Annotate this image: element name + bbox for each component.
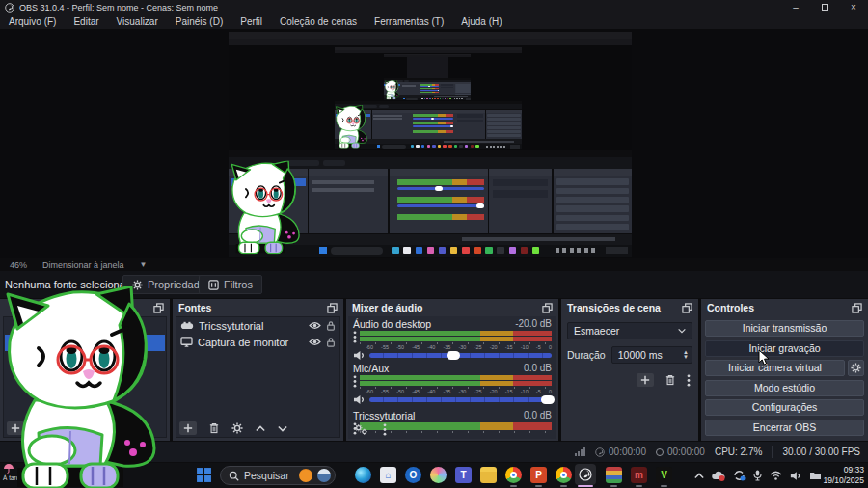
channel-level: 0.0 dB	[524, 410, 552, 422]
sync-icon[interactable]	[733, 470, 746, 481]
start-button[interactable]	[196, 467, 212, 483]
outlook-icon[interactable]: O	[405, 467, 421, 483]
chrome-profile2-icon[interactable]	[556, 467, 572, 483]
remove-transition-button[interactable]	[665, 374, 675, 386]
popout-icon[interactable]	[852, 303, 862, 313]
filters-button[interactable]: Filtros	[199, 275, 262, 294]
minimize-button[interactable]: –	[781, 0, 810, 14]
chrome-icon[interactable]	[505, 467, 522, 483]
start-virtual-camera-button[interactable]: Iniciar câmera virtual	[705, 360, 845, 376]
controls-title: Controles	[707, 302, 754, 313]
copilot-icon[interactable]	[430, 467, 447, 483]
scale-mode-caret-icon[interactable]: ▼	[140, 260, 148, 269]
menu-arquivo[interactable]: Arquivo (F)	[0, 14, 65, 29]
channel-menu-icon[interactable]	[353, 331, 357, 343]
search-box[interactable]: Pesquisar	[220, 466, 336, 485]
lock-icon[interactable]	[326, 320, 336, 332]
transition-value: Esmaecer	[574, 325, 619, 337]
transition-select[interactable]: Esmaecer	[567, 322, 692, 339]
slider-handle[interactable]	[447, 351, 460, 360]
mixer-title: Mixer de áudio	[352, 302, 423, 313]
channel-name: Tricssytutorial	[353, 410, 415, 422]
preview-zoom-row: 46% Dimensionar à janela ▼	[0, 258, 868, 271]
advanced-audio-icon[interactable]	[354, 423, 368, 436]
volume-meter	[360, 422, 552, 433]
onedrive-icon[interactable]	[712, 471, 725, 481]
menu-ferramentas[interactable]: Ferramentas (T)	[366, 14, 452, 29]
move-up-button[interactable]	[256, 425, 265, 432]
visibility-eye-icon[interactable]	[309, 338, 321, 346]
app-m-icon[interactable]: m	[631, 467, 647, 483]
folder-tray-icon[interactable]	[809, 471, 822, 480]
source-properties-button[interactable]	[231, 422, 243, 434]
search-placeholder: Pesquisar	[244, 470, 294, 481]
speaker-icon[interactable]	[353, 350, 366, 361]
source-row-captura-de-monitor[interactable]: Captura de monitor	[176, 334, 339, 350]
menu-perfil[interactable]: Perfil	[231, 14, 271, 29]
settings-button[interactable]: Configurações	[705, 399, 864, 416]
duration-value: 10000 ms	[618, 349, 663, 361]
popout-icon[interactable]	[542, 303, 553, 313]
store-icon[interactable]: ⌂	[380, 467, 396, 483]
slider-handle[interactable]	[541, 395, 555, 404]
running-indicator	[535, 485, 542, 487]
controls-panel: Controles Iniciar transmissão Iniciar gr…	[701, 299, 868, 441]
teams-icon[interactable]: T	[455, 467, 472, 483]
menu-visualizar[interactable]: Visualizar	[108, 14, 167, 29]
gear-icon	[851, 363, 861, 373]
remove-source-button[interactable]	[209, 422, 219, 434]
filters-label: Filtros	[224, 279, 253, 290]
channel-menu-icon[interactable]	[353, 375, 357, 388]
exit-obs-button[interactable]: Encerrar OBS	[705, 420, 864, 436]
maximize-button[interactable]	[810, 0, 839, 14]
duration-spinner[interactable]: 10000 ms ▲ ▼	[611, 346, 692, 364]
microphone-icon[interactable]	[753, 470, 762, 481]
search-icon	[229, 471, 239, 481]
mixer-channel-desktop: Áudio do desktop -20.0 dB -60-55-50-45-4…	[353, 318, 552, 361]
move-down-button[interactable]	[278, 425, 287, 432]
edge-icon[interactable]	[355, 467, 371, 483]
app-green-icon[interactable]: V	[656, 467, 672, 483]
popout-icon[interactable]	[327, 303, 338, 313]
speaker-tray-icon[interactable]	[790, 471, 801, 481]
source-row-tricssytutorial[interactable]: Tricssytutorial	[176, 317, 339, 334]
menu-paineis[interactable]: Painéis (D)	[167, 14, 231, 29]
wifi-icon[interactable]	[770, 471, 782, 480]
menu-ajuda[interactable]: Ajuda (H)	[452, 14, 510, 29]
sources-list[interactable]: Tricssytutorial Captura de monitor	[176, 316, 340, 438]
mixer-menu-icon[interactable]	[383, 423, 387, 436]
volume-slider[interactable]	[369, 397, 552, 402]
winrar-icon[interactable]	[606, 467, 622, 483]
source-label: Tricssytutorial	[199, 320, 304, 332]
close-button[interactable]: ×	[839, 0, 868, 14]
scale-mode[interactable]: Dimensionar à janela	[42, 260, 124, 270]
speaker-icon[interactable]	[353, 394, 366, 405]
taskbar-clock[interactable]: 09:33 19/10/2025	[823, 465, 864, 486]
menu-colecao-de-cenas[interactable]: Coleção de cenas	[271, 14, 366, 29]
tray-chevron-icon[interactable]	[694, 473, 704, 479]
add-transition-button[interactable]	[637, 373, 654, 387]
transition-menu-icon[interactable]	[687, 374, 691, 387]
obs-taskbar-active-box[interactable]	[575, 464, 596, 485]
spin-down-icon[interactable]: ▼	[683, 355, 689, 360]
start-streaming-button[interactable]: Iniciar transmissão	[705, 320, 864, 337]
game-controller-icon	[180, 321, 194, 330]
stream-timer: 00:00:00	[595, 447, 646, 457]
preview-display[interactable]	[229, 32, 632, 257]
add-source-button[interactable]	[179, 421, 197, 435]
menu-bar: Arquivo (F) Editar Visualizar Painéis (D…	[0, 14, 868, 29]
sources-panel: Fontes Tricssytutorial Captura de monito…	[173, 299, 343, 441]
visibility-eye-icon[interactable]	[309, 321, 321, 330]
lock-icon[interactable]	[326, 337, 336, 348]
studio-mode-button[interactable]: Modo estúdio	[705, 380, 864, 396]
pumpkin-icon	[299, 469, 312, 482]
mixer-body: Áudio do desktop -20.0 dB -60-55-50-45-4…	[348, 316, 556, 439]
popout-icon[interactable]	[682, 303, 692, 313]
powerpoint-icon[interactable]: P	[530, 467, 547, 483]
cat-avatar-overlay	[0, 286, 181, 488]
start-recording-button[interactable]: Iniciar gravação	[705, 340, 864, 357]
menu-editar[interactable]: Editar	[65, 14, 107, 29]
virtual-camera-settings-button[interactable]	[848, 360, 864, 376]
volume-slider[interactable]	[369, 353, 552, 358]
file-explorer-icon[interactable]	[480, 467, 497, 483]
